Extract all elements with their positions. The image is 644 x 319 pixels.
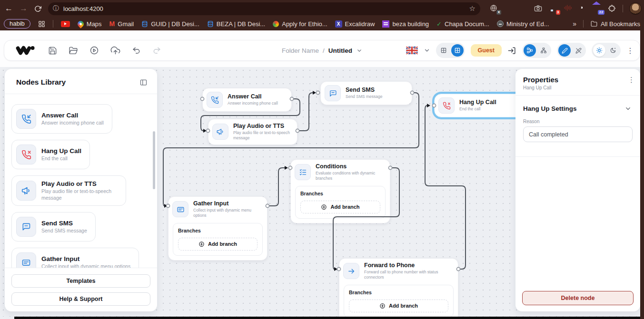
file-chevron-down-icon[interactable] [356,48,362,54]
guest-badge[interactable]: Guest [471,44,502,57]
bookmark-guid-db[interactable]: GUID | DB Desi... [141,20,199,28]
bookmark-excalidraw[interactable]: XExcalidraw [335,20,375,28]
bookmark-beza-building[interactable]: beza building [382,20,429,28]
copy-pages-extension-icon[interactable] [505,4,513,13]
no-edit-icon[interactable] [572,44,585,57]
section-chevron-down-icon[interactable] [624,105,632,112]
publish-cloud-icon[interactable] [110,46,120,55]
bookmark-beza-db[interactable]: BEZA | DB Desi... [207,20,265,28]
toolbar-menu-icon[interactable]: ⋮ [626,46,632,55]
redo-icon[interactable] [152,46,161,55]
properties-title: Properties [523,76,558,84]
apps-grid-icon[interactable] [38,20,45,28]
blocker-badge: X [496,10,501,15]
phone-incoming-icon [16,109,36,129]
workflow-view-icon[interactable] [524,44,536,57]
properties-subtitle: Hang Up Call [523,85,558,90]
folder-name-label[interactable]: Folder Name [282,47,319,54]
node-subtitle: End the call [459,106,496,112]
bookmark-apply-ethio[interactable]: Apply for Ethio... [273,20,327,28]
bookmark-gmail[interactable]: MGmail [109,20,134,28]
undo-icon[interactable] [132,46,141,55]
delete-node-button[interactable]: Delete node [522,291,634,305]
library-item-gather-input[interactable]: Gather Input Collect input with dynamic … [11,248,139,268]
screenshot-extension-icon[interactable] [534,4,543,13]
back-icon[interactable]: ← [5,4,13,13]
library-item-play-audio[interactable]: Play Audio or TTS Play audio file or tex… [11,175,126,206]
node-title: Conditions [316,163,384,170]
browser-chrome: ← → ⓘ localhost:4200 ☆ X 3 [0,0,644,30]
address-bar[interactable]: ⓘ localhost:4200 ☆ [48,2,480,15]
reload-icon[interactable] [34,5,41,12]
url-text[interactable]: localhost:4200 [63,5,103,12]
ministry-icon [497,20,504,27]
node-conditions[interactable]: Conditions Evaluate conditions with dyna… [290,159,390,223]
forward-icon[interactable]: → [20,4,28,13]
language-chevron-icon[interactable] [424,47,430,54]
sign-in-icon[interactable] [507,46,516,55]
file-name[interactable]: Untitled [328,47,352,54]
grid-view-icon[interactable] [437,44,450,57]
app-toolbar: Folder Name / Untitled Guest [4,40,640,61]
help-support-button[interactable]: Help & Support [11,292,150,306]
plus-circle-icon [379,303,386,309]
profile-avatar[interactable] [629,2,642,15]
site-info-icon[interactable]: ⓘ [53,4,59,13]
add-branch-button[interactable]: Add branch [178,238,258,251]
light-mode-sun-icon[interactable] [593,44,605,57]
plus-circle-icon [321,204,327,210]
bookmark-star-icon[interactable]: ☆ [469,4,476,13]
library-item-hang-up-call[interactable]: Hang Up Call End the call [11,140,90,169]
purple-disc-extension-icon[interactable] [578,4,587,13]
extensions-puzzle-icon[interactable] [608,4,616,13]
node-subtitle: Collect input with dynamic menu options [193,208,261,219]
bookmark-maps[interactable]: Maps [78,20,102,28]
run-flow-icon[interactable] [89,46,99,55]
node-title: Send SMS [346,87,382,93]
open-folder-icon[interactable] [69,46,78,55]
pencil-icon[interactable] [558,44,571,57]
library-item-answer-call[interactable]: Answer Call Answer incoming phone call [11,104,112,134]
home-extension-icon[interactable]: 22 [593,4,602,13]
node-answer-call[interactable]: Answer Call Answer incoming phone call [202,88,292,112]
phone-x-icon [438,97,455,114]
all-bookmarks-button[interactable]: All Bookmarks [590,20,640,28]
grid-view-active-icon[interactable] [451,44,464,57]
dark-mode-moon-icon[interactable] [607,44,619,57]
branches-label: Branches [178,228,258,233]
database-icon [207,20,214,28]
save-icon[interactable] [48,46,57,55]
youtube-icon [61,21,70,27]
bookmark-chapa[interactable]: ✓Chapa Docum... [436,20,489,28]
bookmarks-overflow-icon[interactable]: » [573,20,576,28]
apply-icon [273,21,279,27]
node-send-sms[interactable]: Send SMS Send SMS message [320,81,412,105]
window-edge [640,30,644,319]
add-branch-button[interactable]: Add branch [300,201,380,213]
bookmark-youtube[interactable] [61,21,70,27]
colorpicker-extension-icon[interactable] [519,4,528,13]
templates-button[interactable]: Templates [11,274,150,288]
audio-extension-icon[interactable] [564,4,572,13]
bookmark-habib[interactable]: habib [4,19,30,29]
tree-view-icon[interactable] [537,44,550,57]
add-branch-button[interactable]: Add branch [349,300,448,312]
language-flag-icon[interactable] [406,47,418,54]
node-forward-to-phone[interactable]: Forward to Phone Forward call to phone n… [339,258,458,317]
ideas-badge: 3 [556,10,560,15]
ideas-extension-icon[interactable]: 3 [549,4,557,13]
branches-label: Branches [300,191,380,196]
reason-input[interactable] [523,126,633,142]
library-item-send-sms[interactable]: Send SMS Send SMS message [11,212,96,242]
node-play-audio[interactable]: Play Audio or TTS Play audio file or tex… [208,119,297,145]
properties-menu-icon[interactable]: ⋮ [628,76,634,84]
blocker-extension-icon[interactable]: X [490,4,498,13]
phone-x-icon [16,145,36,164]
node-gather-input[interactable]: Gather Input Collect input with dynamic … [168,196,268,261]
hang-up-settings-section[interactable]: Hang Up Settings [515,96,640,112]
megaphone-icon [212,124,228,140]
library-scrollbar[interactable] [153,131,155,189]
collapse-panel-icon[interactable] [139,78,148,87]
bookmark-ministry[interactable]: Ministry of Ed... [497,20,549,28]
bottom-edge [14,317,640,319]
